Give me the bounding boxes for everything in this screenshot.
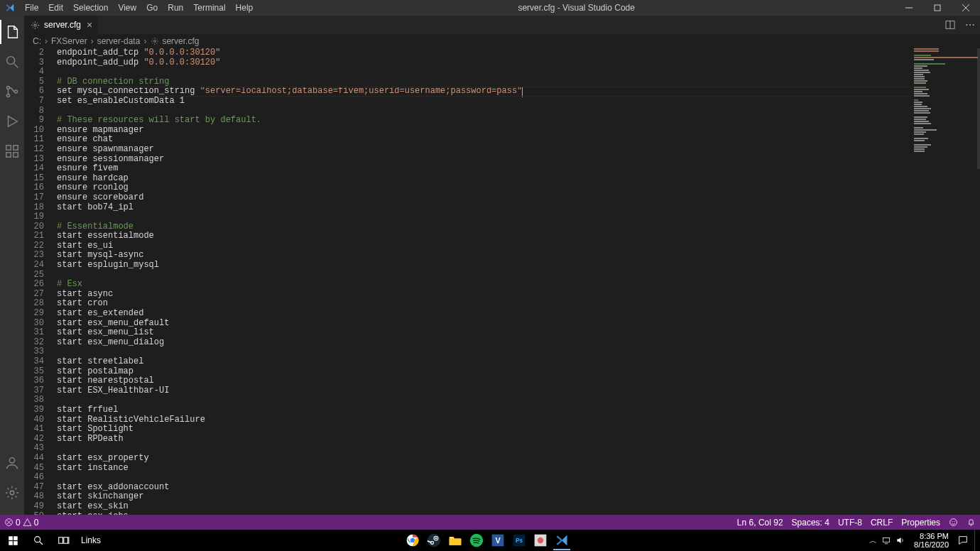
menu-go[interactable]: Go	[141, 3, 163, 13]
code-line[interactable]: # DB connection string	[57, 77, 910, 87]
chevron-up-icon[interactable]: ︿	[869, 535, 877, 546]
menu-view[interactable]: View	[113, 3, 141, 13]
menu-run[interactable]: Run	[163, 3, 188, 13]
steam-icon[interactable]	[424, 530, 444, 550]
code-line[interactable]: start esx_property	[57, 454, 910, 464]
source-control-icon[interactable]	[0, 80, 24, 104]
code-line[interactable]	[57, 67, 910, 77]
code-line[interactable]: start esplugin_mysql	[57, 261, 910, 271]
code-line[interactable]: start RealisticVehicleFailure	[57, 415, 910, 425]
code-line[interactable]: esnure fivem	[57, 164, 910, 174]
breadcrumb-seg[interactable]: server.cfg	[162, 36, 199, 46]
status-language[interactable]: Properties	[897, 518, 944, 528]
code-line[interactable]: start bob74_ipl	[57, 203, 910, 213]
breadcrumb-seg[interactable]: FXServer	[51, 36, 87, 46]
photoshop-icon[interactable]: Ps	[509, 530, 529, 550]
minimap[interactable]	[910, 48, 980, 515]
explorer-icon[interactable]	[0, 20, 24, 44]
code-line[interactable]: start RPDeath	[57, 435, 910, 444]
status-eol[interactable]: CRLF	[866, 518, 897, 528]
tab-server-cfg[interactable]: server.cfg ×	[24, 16, 99, 34]
code-line[interactable]: start postalmap	[57, 367, 910, 377]
minimap-slider[interactable]	[977, 48, 980, 169]
code-line[interactable]: endpoint_add_tcp "0.0.0.0:30120"	[57, 48, 910, 58]
code-line[interactable]: start esx_jobs	[57, 512, 910, 515]
breadcrumb[interactable]: C: › FXServer › server-data › server.cfg	[24, 34, 980, 48]
menu-file[interactable]: File	[20, 3, 43, 13]
code-line[interactable]	[57, 444, 910, 454]
file-explorer-icon[interactable]	[445, 530, 465, 550]
status-bell-icon[interactable]	[962, 518, 980, 527]
taskbar-clock[interactable]: 8:36 PM 8/16/2020	[910, 532, 953, 549]
code-line[interactable]: start cron	[57, 299, 910, 309]
code-line[interactable]: start essentialmode	[57, 231, 910, 241]
start-button[interactable]	[0, 530, 26, 551]
task-view-icon[interactable]	[51, 530, 77, 551]
code-line[interactable]: ensure hardcap	[57, 174, 910, 184]
search-icon[interactable]	[0, 50, 24, 74]
code-line[interactable]: ensure mapmanager	[57, 126, 910, 136]
volume-icon[interactable]	[895, 535, 905, 545]
extensions-icon[interactable]	[0, 139, 24, 163]
code-line[interactable]: ensure scoreboard	[57, 193, 910, 203]
code-line[interactable]: start esx_menu_default	[57, 319, 910, 329]
code-line[interactable]: start streetlabel	[57, 357, 910, 367]
code-line[interactable]	[57, 395, 910, 405]
status-encoding[interactable]: UTF-8	[834, 518, 866, 528]
code-line[interactable]: endpoint_add_udp "0.0.0.0:30120"	[57, 58, 910, 68]
system-tray[interactable]: ︿	[869, 535, 905, 546]
visio-icon[interactable]: V	[488, 530, 508, 550]
code-line[interactable]: start esx_skin	[57, 502, 910, 512]
spotify-icon[interactable]	[467, 530, 486, 550]
code-line[interactable]: start skinchanger	[57, 492, 910, 502]
code-line[interactable]: start frfuel	[57, 405, 910, 415]
menu-help[interactable]: Help	[231, 3, 258, 13]
code-line[interactable]: start mysql-async	[57, 251, 910, 261]
search-icon[interactable]	[26, 530, 51, 551]
run-debug-icon[interactable]	[0, 109, 24, 133]
more-actions-icon[interactable]	[960, 16, 980, 34]
code-line[interactable]: start nearestpostal	[57, 376, 910, 386]
show-desktop-button[interactable]	[974, 530, 977, 551]
breadcrumb-seg[interactable]: C:	[33, 36, 41, 46]
status-ln-col[interactable]: Ln 6, Col 92	[733, 518, 788, 528]
notifications-icon[interactable]	[957, 535, 969, 546]
code-line[interactable]: # These resources will start by default.	[57, 116, 910, 126]
status-feedback-icon[interactable]	[944, 518, 962, 527]
close-icon[interactable]: ×	[87, 19, 92, 31]
code-line[interactable]: start esx_menu_list	[57, 328, 910, 338]
code-line[interactable]: start es_extended	[57, 309, 910, 319]
links-toolbar[interactable]: Links	[77, 535, 105, 545]
code-line[interactable]	[57, 473, 910, 483]
code-lines[interactable]: endpoint_add_tcp "0.0.0.0:30120"endpoint…	[57, 48, 910, 515]
menu-terminal[interactable]: Terminal	[188, 3, 230, 13]
code-line[interactable]	[57, 107, 910, 116]
code-line[interactable]	[57, 347, 910, 357]
status-problems[interactable]: 0 0	[0, 518, 43, 528]
code-line[interactable]: ensure rconlog	[57, 183, 910, 193]
code-line[interactable]: set es_enableCustomData 1	[57, 97, 910, 107]
code-line[interactable]: start Spotlight	[57, 425, 910, 435]
code-line[interactable]: start esx_addonaccount	[57, 483, 910, 493]
breadcrumb-seg[interactable]: server-data	[97, 36, 141, 46]
network-icon[interactable]	[881, 535, 891, 545]
code-line[interactable]: start instance	[57, 464, 910, 474]
vscode-app-icon[interactable]	[552, 530, 572, 550]
code-line[interactable]: start es_ui	[57, 241, 910, 251]
code-line[interactable]: # Esx	[57, 280, 910, 290]
code-line[interactable]: # Essentialmode	[57, 222, 910, 232]
menu-edit[interactable]: Edit	[43, 3, 68, 13]
maximize-button[interactable]	[923, 0, 952, 16]
code-line[interactable]: ensure sessionmanager	[57, 155, 910, 165]
app-icon[interactable]	[530, 530, 550, 550]
code-line[interactable]: start async	[57, 290, 910, 300]
chrome-icon[interactable]	[403, 530, 423, 550]
accounts-icon[interactable]	[0, 451, 24, 475]
code-line[interactable]: ensure spawnmanager	[57, 145, 910, 155]
code-line[interactable]	[57, 212, 910, 222]
code-editor[interactable]: 2345678910111213141516171819202122232425…	[24, 48, 910, 515]
close-button[interactable]	[952, 0, 980, 16]
settings-gear-icon[interactable]	[0, 481, 24, 505]
menu-selection[interactable]: Selection	[68, 3, 113, 13]
code-line[interactable]	[57, 271, 910, 280]
